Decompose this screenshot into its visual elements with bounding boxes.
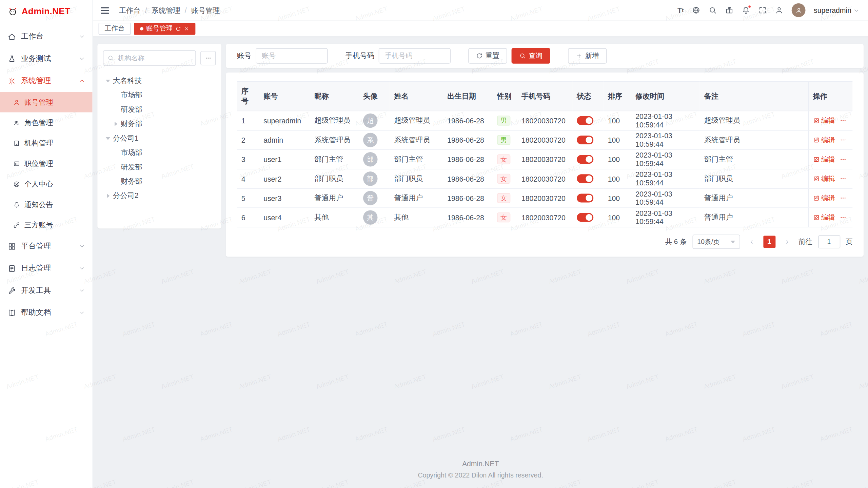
row-more-button[interactable] <box>840 156 846 163</box>
prev-page-button[interactable] <box>745 236 757 248</box>
tree-node[interactable]: 分公司1 <box>103 131 216 145</box>
breadcrumb-item[interactable]: 系统管理 <box>152 5 180 15</box>
breadcrumb-item[interactable]: 工作台 <box>119 5 141 15</box>
column-header: 昵称 <box>310 82 359 111</box>
refresh-icon[interactable] <box>176 26 181 31</box>
column-header: 性别 <box>493 82 517 111</box>
sidebar-item-platform-management[interactable]: 平台管理 <box>0 235 93 257</box>
search-button[interactable]: 查询 <box>512 48 550 64</box>
edit-button[interactable]: 编辑 <box>813 116 835 125</box>
caret-right-icon[interactable] <box>113 121 118 127</box>
row-more-button[interactable] <box>840 195 846 202</box>
cell-name: 部门职员 <box>390 169 443 188</box>
close-icon[interactable] <box>184 26 189 31</box>
tree-node-label: 分公司2 <box>113 191 138 201</box>
sidebar-item-log-management[interactable]: 日志管理 <box>0 257 93 279</box>
sidebar-item-dev-tools[interactable]: 开发工具 <box>0 279 93 301</box>
status-toggle[interactable] <box>577 136 593 144</box>
tab-account-management[interactable]: 账号管理 <box>134 22 195 35</box>
sidebar: Admin.NET 工作台 业务测试 系统管理 账号管理 <box>0 0 93 488</box>
status-toggle[interactable] <box>577 175 593 183</box>
cell-birth-date: 1986-06-28 <box>443 150 493 169</box>
tree-node-label: 市场部 <box>121 90 142 100</box>
fullscreen-icon[interactable] <box>758 6 767 14</box>
goto-page-input[interactable] <box>818 235 840 248</box>
sidebar-item-account-management[interactable]: 账号管理 <box>0 92 93 112</box>
reset-button[interactable]: 重置 <box>468 48 507 64</box>
sidebar-item-role-management[interactable]: 角色管理 <box>0 112 93 133</box>
breadcrumb-separator: / <box>145 6 147 14</box>
tree-node[interactable]: 大名科技 <box>103 74 216 88</box>
next-page-button[interactable] <box>781 236 793 248</box>
status-toggle[interactable] <box>577 116 593 125</box>
user-icon[interactable] <box>775 6 783 14</box>
tree-node[interactable]: 财务部 <box>103 174 216 188</box>
tab-workbench[interactable]: 工作台 <box>99 22 131 35</box>
cell-phone: 18020030720 <box>517 169 572 188</box>
edit-icon <box>813 137 820 143</box>
sidebar-item-third-party-account[interactable]: 三方账号 <box>0 215 93 235</box>
hamburger-icon[interactable] <box>99 5 112 16</box>
sidebar-item-workbench[interactable]: 工作台 <box>0 25 93 47</box>
account-input[interactable] <box>256 48 328 64</box>
add-button[interactable]: 新增 <box>568 48 607 64</box>
content-area: 大名科技 市场部 研发部 财务部 分公司1 市场部 研发部 财务部 分公司2 账… <box>93 37 868 488</box>
bell-icon[interactable] <box>742 6 750 14</box>
globe-icon[interactable] <box>692 6 700 14</box>
avatar[interactable] <box>792 3 806 17</box>
sidebar-item-position-management[interactable]: 职位管理 <box>0 153 93 174</box>
caret-right-icon[interactable] <box>105 193 111 199</box>
font-size-icon[interactable]: Tt <box>677 6 684 14</box>
sidebar-item-notice[interactable]: 通知公告 <box>0 194 93 215</box>
more-button[interactable] <box>200 51 216 65</box>
cell-birth-date: 1986-06-28 <box>443 169 493 188</box>
status-toggle[interactable] <box>577 213 593 222</box>
sidebar-item-business-test[interactable]: 业务测试 <box>0 47 93 69</box>
phone-input[interactable] <box>379 48 451 64</box>
gift-icon[interactable] <box>725 6 733 14</box>
caret-down-icon[interactable] <box>105 78 111 83</box>
chevron-down-icon <box>79 310 84 315</box>
edit-button[interactable]: 编辑 <box>813 135 835 145</box>
edit-button[interactable]: 编辑 <box>813 194 835 203</box>
gender-badge: 女 <box>497 155 510 164</box>
column-header: 序号 <box>237 82 259 111</box>
sidebar-item-system-management[interactable]: 系统管理 <box>0 70 93 92</box>
tree-node[interactable]: 研发部 <box>103 102 216 117</box>
tree-node[interactable]: 市场部 <box>103 145 216 160</box>
page-size-select[interactable]: 10条/页 <box>692 235 740 249</box>
cell-birth-date: 1986-06-28 <box>443 130 493 149</box>
row-avatar: 部 <box>363 152 377 166</box>
gender-badge: 女 <box>497 193 510 203</box>
row-more-button[interactable] <box>840 137 846 143</box>
account-label: 账号 <box>237 51 251 61</box>
edit-button[interactable]: 编辑 <box>813 155 835 164</box>
row-more-button[interactable] <box>840 214 846 221</box>
sidebar-item-personal-center[interactable]: 个人中心 <box>0 174 93 194</box>
sidebar-item-help-docs[interactable]: 帮助文档 <box>0 302 93 324</box>
sidebar-menu: 工作台 业务测试 系统管理 账号管理 角色管理 <box>0 23 93 488</box>
caret-down-icon[interactable] <box>105 136 111 141</box>
username-menu[interactable]: superadmin <box>814 6 859 14</box>
search-icon[interactable] <box>709 6 717 14</box>
cell-modified-time: 2023-01-03 10:59:44 <box>631 208 699 227</box>
tree-node[interactable]: 财务部 <box>103 117 216 131</box>
tree-node[interactable]: 分公司2 <box>103 189 216 203</box>
tree-node[interactable]: 研发部 <box>103 160 216 174</box>
phone-label: 手机号码 <box>346 51 374 61</box>
org-search-input[interactable] <box>103 50 196 66</box>
cell-remark: 部门职员 <box>700 169 808 188</box>
status-toggle[interactable] <box>577 194 593 203</box>
row-more-button[interactable] <box>840 117 846 124</box>
tree-node[interactable]: 市场部 <box>103 88 216 102</box>
row-more-button[interactable] <box>840 176 846 182</box>
status-toggle[interactable] <box>577 155 593 164</box>
cell-birth-date: 1986-06-28 <box>443 111 493 130</box>
cell-sort: 100 <box>604 111 631 130</box>
page-number-current[interactable]: 1 <box>763 236 775 248</box>
goto-unit: 页 <box>846 237 852 247</box>
sidebar-item-org-management[interactable]: 机构管理 <box>0 133 93 153</box>
edit-button[interactable]: 编辑 <box>813 213 835 222</box>
edit-button[interactable]: 编辑 <box>813 174 835 183</box>
sidebar-item-label: 通知公告 <box>24 200 53 209</box>
